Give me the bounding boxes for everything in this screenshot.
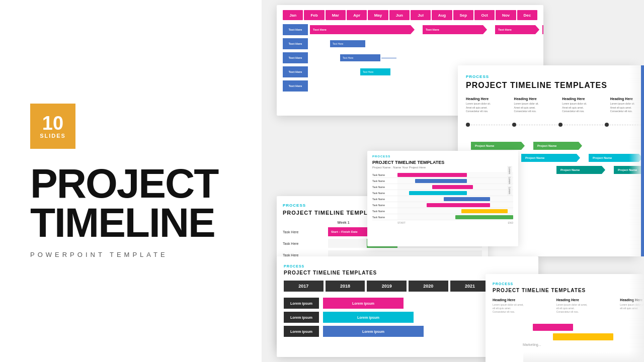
gantt-task-4: Task Name (372, 190, 397, 196)
bottom-overlay (523, 352, 644, 362)
month-sep: Sep (453, 10, 473, 20)
gantt-green-bar-2: Project Name (533, 142, 579, 150)
badge: 10 SLIDES (30, 104, 75, 149)
title-line2: TIMELINE (30, 203, 215, 242)
lorem-cyan-bar: Lorem ipsum (323, 312, 414, 323)
month-dec: Dec (517, 10, 537, 20)
slide2-col-1: Heading Here Lorem ipsum dolor sit.Amet … (466, 97, 509, 114)
month-feb: Feb (304, 10, 324, 20)
vertical-labels: Lorem Lorem Lorem (507, 166, 512, 196)
year-2017: 2017 (284, 281, 324, 292)
slide6-heading-2: Heading Here (556, 298, 616, 302)
stair-bar-pink (533, 324, 573, 331)
month-jul: Jul (411, 10, 431, 20)
gantt-task-5: Task Name (372, 196, 397, 202)
gantt-bar-row-4 (397, 190, 513, 196)
tl-bar-pink-3: Text Here (495, 25, 535, 34)
staircase-bars: Marketing... (493, 319, 644, 346)
gantt-bar-row-1 (397, 172, 513, 178)
gantt-green-bar-1: Project Name (471, 142, 521, 150)
lorem-pink-bar: Lorem ipsum (323, 298, 404, 309)
gantt-task-7: Task Name (372, 208, 397, 214)
slide2-heading-3: Heading Here (562, 97, 605, 101)
slide6-text-1: Lorem ipsum dolor sit amet,elt elt quis … (493, 303, 552, 314)
badge-number: 10 (42, 114, 63, 133)
mini-bar-6 (427, 203, 491, 207)
year-2018: 2018 (326, 281, 365, 292)
badge-label: SLIDES (40, 133, 66, 139)
end-label: END (508, 221, 513, 224)
gantt-cyan-bar-1: Project Name (521, 154, 577, 162)
lorem-box-1: Lorem ipsum (284, 298, 319, 309)
mini-bar-5 (444, 197, 490, 201)
gantt-bar-row-6 (397, 202, 513, 208)
gantt-teal-bar-1: Project Name (556, 166, 602, 174)
month-oct: Oct (474, 10, 495, 20)
slide2-title: PROJECT TIMELINE TEMPLATES (466, 81, 644, 90)
stair-row-3: Marketing... (493, 343, 644, 346)
stair-row-2 (493, 333, 644, 340)
title-line1: PROJECT (30, 164, 218, 203)
year-2019: 2019 (367, 281, 407, 292)
blue-accent (641, 65, 644, 256)
task-2: Task Here (283, 242, 326, 245)
mini-bar-8 (455, 215, 513, 219)
year-2021: 2021 (450, 281, 490, 292)
slide4-subtitle: Project Name : Name Your Project Here (372, 166, 513, 169)
gantt-task-2: Task Name (372, 178, 397, 184)
month-row: Jan Feb Mar Apr May Jun Jul Aug Sep Oct … (283, 10, 537, 20)
month-jun: Jun (389, 10, 410, 20)
subtitle: POWERPOINT TEMPLATE (30, 251, 168, 258)
tl-bar-blue-2: Text Here (340, 54, 380, 61)
slide2-heading-2: Heading Here (514, 97, 557, 101)
month-aug: Aug (432, 10, 452, 20)
slide2-col-2: Heading Here Lorem ipsum dolor sit.Amet … (514, 97, 557, 114)
dot-2 (512, 123, 516, 127)
slide6-text-2: Lorem ipsum dolor sit amet,elt elt quis … (556, 303, 616, 314)
year-2020: 2020 (409, 281, 448, 292)
gantt-bar-row-3 (397, 184, 513, 190)
month-may: May (368, 10, 388, 20)
tl-label-5: Text Here (283, 80, 308, 92)
slide4-process: Process (372, 155, 513, 158)
tl-bar-blue-1: Text Here (330, 40, 365, 47)
mini-bar-3 (432, 185, 473, 189)
slide6-process: Process (493, 282, 644, 286)
stair-row-1 (493, 324, 644, 331)
mini-bar-7 (461, 209, 508, 213)
slide2-text-2: Lorem ipsum dolor sit.Amet elt quis amet… (514, 102, 557, 114)
marketing-label: Marketing... (523, 343, 541, 346)
slide6-title: PROJECT TIMELINE TEMPLATES (493, 288, 644, 293)
dot-4 (605, 123, 609, 127)
lorem-box-2: Lorem ipsum (284, 312, 319, 323)
start-label: START (397, 221, 406, 224)
slide2-text-3: Lorem ipsum dolor sit.Amet elt quis amet… (562, 102, 605, 114)
month-apr: Apr (347, 10, 367, 20)
tl-bar-cyan-1: Text Here (360, 68, 390, 75)
dot-1 (466, 123, 470, 127)
task-1: Task Here (283, 230, 326, 234)
gantt-row-1: Project Name Project Name (466, 142, 644, 150)
slide2-process: Process (466, 74, 644, 79)
stair-bar-yellow (553, 333, 613, 340)
gantt-task-8: Task Name (372, 214, 397, 220)
week-1: Week 1 (328, 221, 359, 224)
tl-row-3: Text Here Text Here (283, 52, 537, 63)
vert-label-3: Lorem (507, 186, 512, 195)
slide6-heading-1: Heading Here (493, 298, 552, 302)
dot-3 (558, 123, 562, 127)
gantt-bar-row-7 (397, 208, 513, 214)
vert-label-2: Lorem (507, 176, 512, 185)
slide-preview-4: Process PROJECT TIMELINE TEMPLATES Proje… (367, 151, 518, 246)
tl-label-3: Text Here (283, 52, 308, 63)
slide2-heading-1: Heading Here (466, 97, 509, 101)
slide4-title: PROJECT TIMELINE TEMPLATES (372, 160, 513, 165)
slide2-heading-row: Heading Here Lorem ipsum dolor sit.Amet … (466, 97, 644, 114)
month-nov: Nov (496, 10, 516, 20)
slide2-text-1: Lorem ipsum dolor sit.Amet elt quis amet… (466, 102, 509, 114)
tl-bar-pink-4: Text Here (542, 25, 543, 34)
tl-row-2: Text Here Text Here (283, 38, 537, 49)
slide6-col-1: Heading Here Lorem ipsum dolor sit amet,… (493, 298, 552, 314)
gantt-left: Task Name Task Name Task Name Task Name … (372, 172, 397, 224)
gantt-bar-row-8 (397, 214, 513, 220)
